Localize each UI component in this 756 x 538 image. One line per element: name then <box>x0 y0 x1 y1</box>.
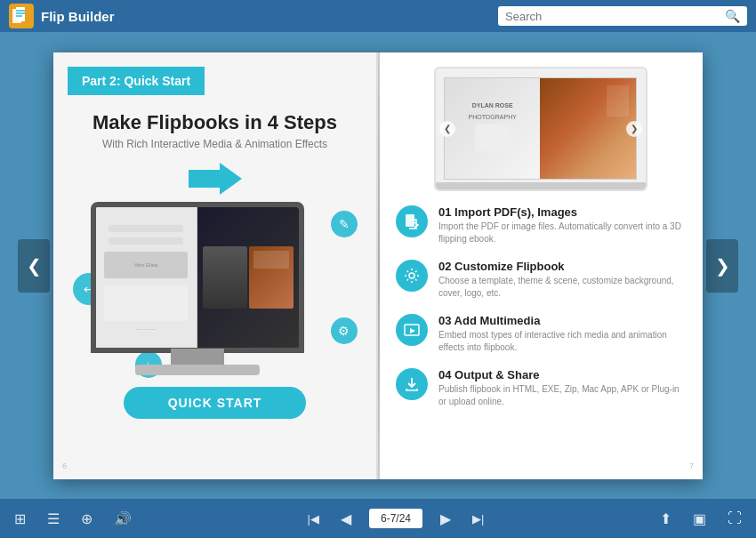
book-container: Part 2: Quick Start Make Flipbooks in 4 … <box>53 52 703 479</box>
svg-marker-7 <box>410 328 415 333</box>
sidebar-toggle-icon[interactable]: ▣ <box>689 507 710 531</box>
step-3-text: 03 Add Multimedia Embed most types of in… <box>438 314 685 354</box>
grid-view-icon[interactable]: ⊞ <box>11 507 29 531</box>
step-2-icon <box>396 260 428 292</box>
float-icon-edit: ✎ <box>331 211 358 237</box>
step-3-title: 03 Add Multimedia <box>438 314 685 327</box>
next-arrow-icon: ❯ <box>715 255 730 277</box>
steps-list: 01 Import PDF(s), Images Import the PDF … <box>396 205 685 408</box>
section-label: Part 2: Quick Start <box>68 67 205 95</box>
page-number-left: 6 <box>62 462 67 470</box>
quick-start-button[interactable]: QUICK START <box>124 387 307 419</box>
share-icon[interactable]: ⬆ <box>656 507 675 531</box>
toolbar-center-group: |◀ ◀ 6-7/24 ▶ ▶| <box>304 507 488 531</box>
logo-area: Flip Builder <box>9 4 115 28</box>
computer-illustration: ↩ ✎ ⚙ ↓ Vins Elisa <box>73 202 358 380</box>
step-1-title: 01 Import PDF(s), Images <box>438 205 685 219</box>
toolbar-left-group: ⊞ ☰ ⊕ 🔊 <box>11 507 135 531</box>
laptop-inner: DYLAN ROSE PHOTOGRAPHY <box>444 77 637 181</box>
next-page-icon[interactable]: ▶ <box>437 507 454 531</box>
laptop-nav-right[interactable]: ❯ <box>626 121 642 137</box>
laptop-nav-left[interactable]: ❮ <box>439 121 455 137</box>
header: Flip Builder 🔍 <box>0 0 756 32</box>
float-icon-settings: ⚙ <box>331 317 358 344</box>
step-1-icon <box>396 205 428 237</box>
step-3-icon <box>396 314 428 346</box>
step-2-text: 02 Customize Flipbook Choose a template,… <box>438 260 685 300</box>
book-spine <box>378 52 380 479</box>
left-page: Part 2: Quick Start Make Flipbooks in 4 … <box>53 52 378 479</box>
laptop-preview: ❮ DYLAN ROSE PHOTOGRAPHY ❯ <box>434 67 647 191</box>
next-page-arrow[interactable]: ❯ <box>706 239 738 293</box>
search-box[interactable]: 🔍 <box>498 6 747 26</box>
search-icon: 🔍 <box>725 9 740 23</box>
svg-rect-2 <box>16 7 25 21</box>
list-view-icon[interactable]: ☰ <box>44 507 63 531</box>
svg-marker-3 <box>189 163 242 195</box>
step-3-desc: Embed most types of interactive rich med… <box>438 329 685 354</box>
svg-point-5 <box>409 273 414 278</box>
monitor-screen: Vins Elisa — — — <box>96 207 299 348</box>
book-preview-left: DYLAN ROSE PHOTOGRAPHY <box>445 78 541 180</box>
last-page-icon[interactable]: ▶| <box>469 509 487 529</box>
main-content: ❮ Part 2: Quick Start Make Flipbooks in … <box>0 32 756 499</box>
logo-icon <box>9 4 34 28</box>
search-input[interactable] <box>505 10 720 23</box>
step-item-4: 04 Output & Share Publish flipbook in HT… <box>396 368 685 408</box>
right-page: ❮ DYLAN ROSE PHOTOGRAPHY ❯ <box>378 52 703 479</box>
subtitle: With Rich Interactive Media & Animation … <box>71 138 358 150</box>
svg-rect-4 <box>406 214 414 227</box>
first-page-icon[interactable]: |◀ <box>304 509 323 529</box>
monitor-frame: Vins Elisa — — — <box>91 202 304 353</box>
step-1-text: 01 Import PDF(s), Images Import the PDF … <box>438 205 685 245</box>
zoom-icon[interactable]: ⊕ <box>77 507 96 531</box>
logo-text: Flip Builder <box>41 9 115 24</box>
monitor-screen-right <box>197 207 299 348</box>
step-item-2: 02 Customize Flipbook Choose a template,… <box>396 260 685 300</box>
arrow-area <box>71 161 358 197</box>
monitor-base <box>135 365 260 375</box>
toolbar-right-group: ⬆ ▣ ⛶ <box>656 507 745 531</box>
step-4-title: 04 Output & Share <box>438 368 685 381</box>
main-title: Make Flipbooks in 4 Steps <box>71 111 358 134</box>
prev-arrow-icon: ❮ <box>27 255 42 277</box>
step-2-desc: Choose a template, theme & scene, custom… <box>438 275 685 300</box>
step-1-desc: Import the PDF or image files. Automatic… <box>438 221 685 245</box>
step-2-title: 02 Customize Flipbook <box>438 260 685 273</box>
fullscreen-icon[interactable]: ⛶ <box>724 507 745 530</box>
teal-arrow-icon <box>189 161 242 197</box>
page-number-right: 7 <box>689 462 694 470</box>
prev-page-icon[interactable]: ◀ <box>337 507 355 531</box>
left-page-content: Make Flipbooks in 4 Steps With Rich Inte… <box>53 95 376 428</box>
page-indicator: 6-7/24 <box>369 509 422 528</box>
book-preview-right <box>540 78 636 180</box>
volume-icon[interactable]: 🔊 <box>110 507 135 531</box>
step-item-3: 03 Add Multimedia Embed most types of in… <box>396 314 685 354</box>
bottom-toolbar: ⊞ ☰ ⊕ 🔊 |◀ ◀ 6-7/24 ▶ ▶| ⬆ ▣ ⛶ <box>0 499 756 538</box>
step-4-text: 04 Output & Share Publish flipbook in HT… <box>438 368 685 408</box>
step-4-desc: Publish flipbook in HTML, EXE, Zip, Mac … <box>438 383 685 408</box>
monitor-neck <box>171 349 224 366</box>
prev-page-arrow[interactable]: ❮ <box>18 239 50 293</box>
monitor-screen-left: Vins Elisa — — — <box>96 207 197 348</box>
step-item-1: 01 Import PDF(s), Images Import the PDF … <box>396 205 685 245</box>
step-4-icon <box>396 368 428 400</box>
